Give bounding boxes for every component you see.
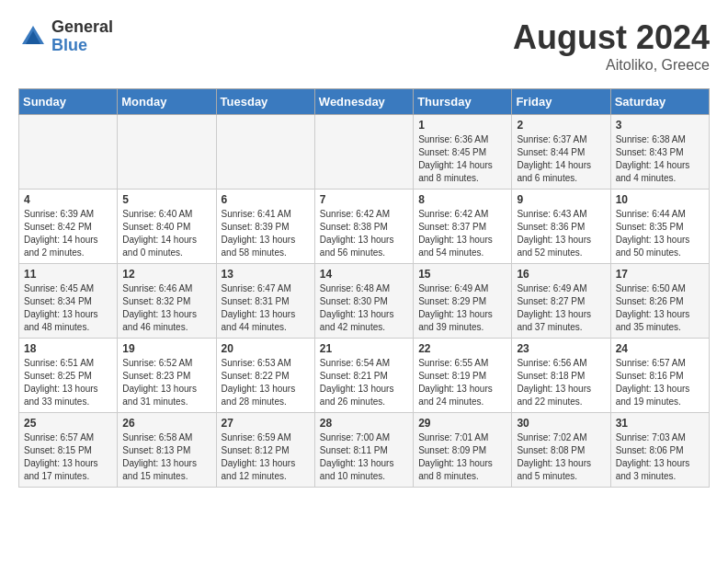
day-info: Sunrise: 6:50 AM Sunset: 8:26 PM Dayligh… (616, 282, 704, 334)
calendar-cell: 27Sunrise: 6:59 AM Sunset: 8:12 PM Dayli… (216, 413, 314, 488)
calendar-cell: 22Sunrise: 6:55 AM Sunset: 8:19 PM Dayli… (414, 339, 512, 413)
day-info: Sunrise: 6:59 AM Sunset: 8:12 PM Dayligh… (222, 431, 310, 483)
day-info: Sunrise: 6:44 AM Sunset: 8:35 PM Dayligh… (616, 208, 704, 259)
day-number: 1 (418, 119, 506, 132)
day-number: 9 (517, 193, 605, 206)
calendar-cell: 1Sunrise: 6:36 AM Sunset: 8:45 PM Daylig… (414, 115, 512, 190)
day-info: Sunrise: 6:54 AM Sunset: 8:21 PM Dayligh… (320, 357, 408, 408)
day-info: Sunrise: 6:58 AM Sunset: 8:13 PM Dayligh… (122, 431, 210, 483)
calendar-week-3: 11Sunrise: 6:45 AM Sunset: 8:34 PM Dayli… (19, 264, 710, 339)
day-info: Sunrise: 6:47 AM Sunset: 8:31 PM Dayligh… (222, 282, 310, 334)
day-info: Sunrise: 6:42 AM Sunset: 8:37 PM Dayligh… (418, 208, 506, 259)
title-section: August 2024 Aitoliko, Greece (513, 18, 710, 74)
day-info: Sunrise: 6:48 AM Sunset: 8:30 PM Dayligh… (320, 282, 408, 334)
day-number: 5 (122, 193, 210, 206)
day-number: 23 (517, 342, 605, 355)
calendar-cell: 31Sunrise: 7:03 AM Sunset: 8:06 PM Dayli… (610, 413, 709, 488)
day-number: 8 (418, 193, 506, 206)
day-number: 24 (616, 342, 704, 355)
day-info: Sunrise: 6:49 AM Sunset: 8:29 PM Dayligh… (418, 282, 506, 334)
day-number: 25 (24, 417, 112, 430)
logo-text: General Blue (51, 18, 113, 55)
calendar-cell: 30Sunrise: 7:02 AM Sunset: 8:08 PM Dayli… (512, 413, 610, 488)
day-info: Sunrise: 7:00 AM Sunset: 8:11 PM Dayligh… (320, 431, 408, 483)
day-number: 30 (517, 417, 605, 430)
day-info: Sunrise: 6:43 AM Sunset: 8:36 PM Dayligh… (517, 208, 605, 259)
day-number: 11 (24, 268, 112, 281)
day-number: 6 (222, 193, 310, 206)
calendar-cell: 9Sunrise: 6:43 AM Sunset: 8:36 PM Daylig… (512, 190, 610, 264)
calendar-cell: 16Sunrise: 6:49 AM Sunset: 8:27 PM Dayli… (512, 264, 610, 339)
day-info: Sunrise: 6:55 AM Sunset: 8:19 PM Dayligh… (418, 357, 506, 408)
logo: General Blue (18, 18, 113, 55)
header-tuesday: Tuesday (216, 89, 314, 115)
day-info: Sunrise: 6:49 AM Sunset: 8:27 PM Dayligh… (517, 282, 605, 334)
calendar-header-row: SundayMondayTuesdayWednesdayThursdayFrid… (19, 89, 710, 115)
day-number: 10 (616, 193, 704, 206)
calendar-cell (19, 115, 118, 190)
day-info: Sunrise: 7:02 AM Sunset: 8:08 PM Dayligh… (517, 431, 605, 483)
calendar-cell: 7Sunrise: 6:42 AM Sunset: 8:38 PM Daylig… (314, 190, 413, 264)
day-number: 17 (616, 268, 704, 281)
header-monday: Monday (118, 89, 216, 115)
header-friday: Friday (512, 89, 610, 115)
calendar-cell: 25Sunrise: 6:57 AM Sunset: 8:15 PM Dayli… (19, 413, 118, 488)
logo-icon (18, 22, 48, 52)
calendar-cell: 12Sunrise: 6:46 AM Sunset: 8:32 PM Dayli… (118, 264, 216, 339)
logo-general: General (51, 18, 113, 37)
day-number: 27 (222, 417, 310, 430)
calendar-cell: 23Sunrise: 6:56 AM Sunset: 8:18 PM Dayli… (512, 339, 610, 413)
day-number: 29 (418, 417, 506, 430)
calendar-cell: 3Sunrise: 6:38 AM Sunset: 8:43 PM Daylig… (610, 115, 709, 190)
day-number: 2 (517, 119, 605, 132)
day-info: Sunrise: 6:53 AM Sunset: 8:22 PM Dayligh… (222, 357, 310, 408)
calendar-cell: 8Sunrise: 6:42 AM Sunset: 8:37 PM Daylig… (414, 190, 512, 264)
calendar-cell: 4Sunrise: 6:39 AM Sunset: 8:42 PM Daylig… (19, 190, 118, 264)
day-info: Sunrise: 6:39 AM Sunset: 8:42 PM Dayligh… (24, 208, 112, 259)
calendar-cell: 5Sunrise: 6:40 AM Sunset: 8:40 PM Daylig… (118, 190, 216, 264)
calendar-cell: 18Sunrise: 6:51 AM Sunset: 8:25 PM Dayli… (19, 339, 118, 413)
calendar-week-4: 18Sunrise: 6:51 AM Sunset: 8:25 PM Dayli… (19, 339, 710, 413)
day-number: 18 (24, 342, 112, 355)
calendar-cell: 19Sunrise: 6:52 AM Sunset: 8:23 PM Dayli… (118, 339, 216, 413)
month-year-title: August 2024 (513, 18, 710, 57)
calendar-week-1: 1Sunrise: 6:36 AM Sunset: 8:45 PM Daylig… (19, 115, 710, 190)
page-header: General Blue August 2024 Aitoliko, Greec… (18, 18, 710, 74)
calendar-week-5: 25Sunrise: 6:57 AM Sunset: 8:15 PM Dayli… (19, 413, 710, 488)
calendar-table: SundayMondayTuesdayWednesdayThursdayFrid… (18, 88, 710, 488)
calendar-cell (118, 115, 216, 190)
calendar-cell: 26Sunrise: 6:58 AM Sunset: 8:13 PM Dayli… (118, 413, 216, 488)
day-info: Sunrise: 7:03 AM Sunset: 8:06 PM Dayligh… (616, 431, 704, 483)
day-number: 21 (320, 342, 408, 355)
header-saturday: Saturday (610, 89, 709, 115)
calendar-cell: 21Sunrise: 6:54 AM Sunset: 8:21 PM Dayli… (314, 339, 413, 413)
day-number: 16 (517, 268, 605, 281)
calendar-cell: 20Sunrise: 6:53 AM Sunset: 8:22 PM Dayli… (216, 339, 314, 413)
calendar-cell: 2Sunrise: 6:37 AM Sunset: 8:44 PM Daylig… (512, 115, 610, 190)
day-number: 4 (24, 193, 112, 206)
calendar-week-2: 4Sunrise: 6:39 AM Sunset: 8:42 PM Daylig… (19, 190, 710, 264)
calendar-cell (314, 115, 413, 190)
day-number: 26 (122, 417, 210, 430)
day-number: 20 (222, 342, 310, 355)
day-number: 31 (616, 417, 704, 430)
day-info: Sunrise: 6:40 AM Sunset: 8:40 PM Dayligh… (122, 208, 210, 259)
day-info: Sunrise: 6:41 AM Sunset: 8:39 PM Dayligh… (222, 208, 310, 259)
calendar-cell: 15Sunrise: 6:49 AM Sunset: 8:29 PM Dayli… (414, 264, 512, 339)
day-number: 12 (122, 268, 210, 281)
calendar-cell: 6Sunrise: 6:41 AM Sunset: 8:39 PM Daylig… (216, 190, 314, 264)
calendar-cell: 14Sunrise: 6:48 AM Sunset: 8:30 PM Dayli… (314, 264, 413, 339)
calendar-cell: 13Sunrise: 6:47 AM Sunset: 8:31 PM Dayli… (216, 264, 314, 339)
day-info: Sunrise: 6:46 AM Sunset: 8:32 PM Dayligh… (122, 282, 210, 334)
calendar-cell: 28Sunrise: 7:00 AM Sunset: 8:11 PM Dayli… (314, 413, 413, 488)
day-info: Sunrise: 6:56 AM Sunset: 8:18 PM Dayligh… (517, 357, 605, 408)
day-number: 14 (320, 268, 408, 281)
day-number: 13 (222, 268, 310, 281)
day-info: Sunrise: 6:45 AM Sunset: 8:34 PM Dayligh… (24, 282, 112, 334)
day-info: Sunrise: 6:52 AM Sunset: 8:23 PM Dayligh… (122, 357, 210, 408)
calendar-cell: 17Sunrise: 6:50 AM Sunset: 8:26 PM Dayli… (610, 264, 709, 339)
day-number: 15 (418, 268, 506, 281)
calendar-cell: 29Sunrise: 7:01 AM Sunset: 8:09 PM Dayli… (414, 413, 512, 488)
calendar-cell (216, 115, 314, 190)
location-subtitle: Aitoliko, Greece (513, 57, 710, 74)
